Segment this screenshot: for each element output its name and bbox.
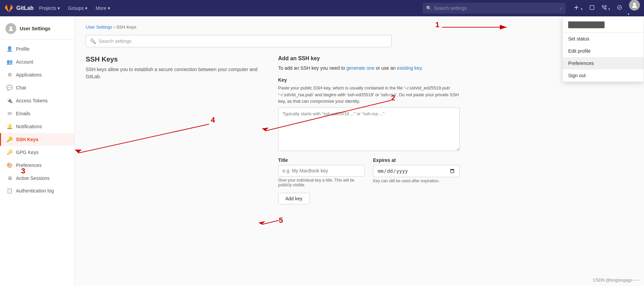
main-layout: User Settings 👤 Profile 👥 Account ⚙ Appl… — [0, 16, 644, 286]
ssh-description-section: SSH Keys SSH keys allow you to establish… — [86, 55, 267, 204]
sidebar-item-notifications[interactable]: 🔔 Notifications — [0, 120, 74, 133]
ssh-section-title: SSH Keys — [86, 55, 267, 63]
topnav-icons: ▾ ▾ ▾ — [571, 0, 640, 17]
emails-icon: ✉ — [6, 111, 13, 117]
dropdown-edit-profile[interactable]: Edit profile — [563, 45, 644, 57]
settings-search-icon: 🔍 — [90, 38, 96, 44]
content-grid: SSH Keys SSH keys allow you to establish… — [86, 55, 460, 204]
search-bar: 🔍 ⌕ — [423, 3, 565, 14]
title-note: Give your individual key a title. This w… — [278, 178, 365, 187]
sidebar-item-auth-log[interactable]: 📋 Authentication log — [0, 184, 74, 197]
nav-more[interactable]: More ▾ — [93, 5, 113, 11]
svg-point-10 — [633, 3, 636, 5]
sidebar-item-ssh-keys[interactable]: 🔑 SSH Keys — [0, 133, 74, 146]
sidebar-item-chat[interactable]: 💬 Chat — [0, 81, 74, 94]
applications-icon: ⚙ — [6, 72, 13, 78]
svg-rect-1 — [574, 7, 578, 8]
dropdown-sign-out[interactable]: Sign out — [563, 69, 644, 82]
search-submit-icon: ⌕ — [560, 6, 562, 11]
avatar-btn[interactable]: ▾ — [628, 0, 640, 17]
breadcrumb-parent[interactable]: User Settings — [86, 24, 112, 30]
key-form-row: Title Give your individual key a title. … — [278, 157, 460, 187]
add-key-button[interactable]: Add key — [278, 193, 310, 204]
sidebar: User Settings 👤 Profile 👥 Account ⚙ Appl… — [0, 16, 75, 286]
key-field-label: Key — [278, 77, 460, 83]
user-avatar[interactable] — [629, 0, 640, 11]
settings-search-bar: 🔍 — [86, 35, 392, 47]
svg-point-3 — [602, 5, 604, 7]
todos-btn[interactable] — [614, 3, 625, 14]
gitlab-logo[interactable]: GitLab — [4, 3, 34, 13]
sidebar-item-gpg-keys[interactable]: 🔑 GPG Keys — [0, 146, 74, 159]
sidebar-item-emails[interactable]: ✉ Emails — [0, 107, 74, 120]
expires-label: Expires at — [373, 157, 460, 163]
watermark: CSDN @longlongago~~~ — [593, 278, 639, 283]
new-item-btn[interactable]: ▾ — [571, 3, 585, 14]
existing-key-link[interactable]: existing key — [397, 65, 422, 71]
expires-note: Key can still be used after expiration. — [373, 179, 460, 183]
title-form-group: Title Give your individual key a title. … — [278, 157, 365, 187]
active-sessions-icon: 🖥 — [6, 175, 13, 181]
ssh-key-textarea[interactable] — [278, 107, 460, 151]
settings-search-input[interactable] — [99, 38, 387, 44]
search-input[interactable] — [434, 5, 560, 11]
main-content: User Settings › SSH Keys 🔍 SSH Keys SSH … — [75, 16, 644, 286]
access-tokens-icon: 🔌 — [6, 98, 13, 104]
breadcrumb-current: SSH Keys — [116, 24, 136, 30]
auth-log-icon: 📋 — [6, 188, 13, 194]
sidebar-title: User Settings — [20, 26, 50, 31]
dropdown-preferences[interactable]: Preferences — [563, 57, 644, 69]
issues-btn[interactable] — [587, 3, 597, 14]
gpg-keys-icon: 🔑 — [6, 149, 13, 155]
sidebar-header: User Settings — [0, 19, 74, 40]
expires-input[interactable] — [373, 165, 460, 177]
expires-form-group: Expires at Key can still be used after e… — [373, 157, 460, 187]
blurred-username: ██████████ — [568, 21, 605, 28]
sidebar-item-account[interactable]: 👥 Account — [0, 55, 74, 68]
dropdown-header: ██████████ — [563, 17, 644, 33]
key-field-desc: Paste your public SSH key, which is usua… — [278, 85, 460, 105]
breadcrumb: User Settings › SSH Keys — [86, 24, 633, 30]
sidebar-item-access-tokens[interactable]: 🔌 Access Tokens — [0, 94, 74, 107]
chat-icon: 💬 — [6, 85, 13, 91]
user-dropdown: ██████████ Set status Edit profile Prefe… — [562, 16, 644, 82]
title-label: Title — [278, 157, 365, 163]
account-icon: 👥 — [6, 59, 13, 65]
topnav: GitLab Projects ▾ Groups ▾ More ▾ 🔍 ⌕ ▾ … — [0, 0, 644, 16]
add-ssh-key-section: Add an SSH key To add an SSH key you nee… — [278, 55, 460, 204]
ssh-section-desc: SSH keys allow you to establish a secure… — [86, 66, 267, 80]
breadcrumb-separator: › — [114, 24, 115, 30]
sidebar-avatar — [5, 23, 16, 34]
add-key-intro: To add an SSH key you need to generate o… — [278, 64, 460, 72]
sidebar-item-applications[interactable]: ⚙ Applications — [0, 68, 74, 81]
logo-text: GitLab — [16, 5, 34, 11]
title-input[interactable] — [278, 165, 365, 176]
profile-icon: 👤 — [6, 46, 13, 52]
sidebar-item-profile[interactable]: 👤 Profile — [0, 43, 74, 55]
sidebar-item-preferences[interactable]: 🎨 Preferences — [0, 159, 74, 172]
ssh-keys-icon: 🔑 — [6, 136, 13, 142]
nav-groups[interactable]: Groups ▾ — [65, 5, 90, 11]
svg-point-11 — [10, 27, 12, 29]
add-key-heading: Add an SSH key — [278, 55, 460, 62]
svg-rect-2 — [590, 5, 594, 10]
search-icon: 🔍 — [426, 5, 432, 11]
nav-projects[interactable]: Projects ▾ — [36, 5, 63, 11]
generate-one-link[interactable]: generate one — [346, 65, 375, 71]
dropdown-set-status[interactable]: Set status — [563, 33, 644, 45]
sidebar-item-active-sessions[interactable]: 🖥 Active Sessions — [0, 172, 74, 184]
preferences-icon: 🎨 — [6, 162, 13, 168]
notifications-icon: 🔔 — [6, 123, 13, 130]
merge-requests-btn[interactable]: ▾ — [599, 3, 613, 14]
